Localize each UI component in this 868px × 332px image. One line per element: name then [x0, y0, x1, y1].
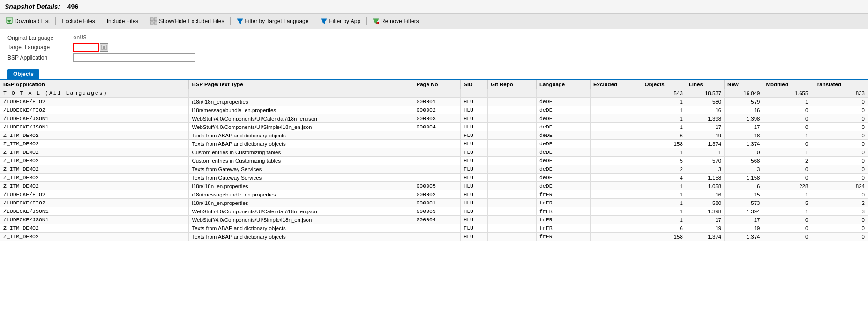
remove-filters-button[interactable]: Remove Filters	[370, 16, 421, 26]
row-git-repo	[487, 182, 536, 190]
row-translated: 0	[811, 140, 868, 148]
row-page-no	[413, 148, 461, 157]
row-bsp-app: Z_ITM_DEMO2	[0, 233, 189, 241]
row-translated: 0	[811, 190, 868, 199]
row-page-no	[413, 174, 461, 182]
objects-tab[interactable]: Objects	[7, 69, 39, 79]
row-modified: 0	[763, 114, 811, 123]
row-bsp-page: WebStuff/4.0/Components/UI/Calendar/i18n…	[189, 114, 413, 123]
download-list-label: Download List	[15, 18, 50, 24]
total-new: 16.049	[725, 89, 763, 98]
total-git-repo	[487, 89, 536, 98]
row-language: deDE	[536, 123, 590, 131]
row-excluded	[590, 216, 642, 224]
row-modified: 1	[763, 148, 811, 157]
svg-rect-4	[154, 18, 157, 21]
row-bsp-page: i18n/messagebundle_en.properties	[189, 106, 413, 114]
row-lines: 1.398	[686, 207, 724, 216]
row-language: deDE	[536, 106, 590, 114]
row-lines: 1	[686, 148, 724, 157]
filter-app-button[interactable]: Filter by App	[318, 16, 362, 26]
total-translated: 833	[811, 89, 868, 98]
row-objects: 1	[642, 199, 686, 207]
row-language: deDE	[536, 148, 590, 157]
svg-rect-5	[150, 22, 153, 24]
row-excluded	[590, 140, 642, 148]
total-sid	[461, 89, 488, 98]
row-bsp-app: /LUDECKE/JSON1	[0, 207, 189, 216]
exclude-files-button[interactable]: Exclude Files	[60, 17, 97, 25]
row-sid: FLU	[461, 131, 488, 140]
row-lines: 19	[686, 224, 724, 233]
row-bsp-app: Z_ITM_DEMO2	[0, 224, 189, 233]
show-hide-icon	[150, 17, 157, 25]
table-row: /LUDECKE/JSON1 WebStuff/4.0/Components/U…	[0, 216, 868, 224]
row-page-no: 000002	[413, 190, 461, 199]
row-lines: 17	[686, 216, 724, 224]
row-git-repo	[487, 98, 536, 106]
row-new: 3	[725, 165, 763, 174]
objects-tab-section: Objects	[0, 68, 868, 79]
row-objects: 1	[642, 114, 686, 123]
row-modified: 0	[763, 165, 811, 174]
svg-marker-8	[321, 19, 327, 24]
row-sid: HLU	[461, 199, 488, 207]
row-lines: 580	[686, 98, 724, 106]
row-excluded	[590, 190, 642, 199]
row-sid: HLU	[461, 216, 488, 224]
row-git-repo	[487, 190, 536, 199]
sep4	[230, 17, 231, 25]
row-translated: 0	[811, 224, 868, 233]
row-objects: 5	[642, 157, 686, 165]
target-language-picker-button[interactable]	[100, 43, 108, 52]
col-language: Language	[536, 80, 590, 89]
row-git-repo	[487, 131, 536, 140]
row-lines: 17	[686, 123, 724, 131]
target-language-row: Target Language	[7, 43, 861, 52]
download-list-button[interactable]: Download List	[4, 16, 52, 26]
title-label: Snapshot Details:	[5, 3, 60, 10]
row-language: deDE	[536, 131, 590, 140]
row-language: frFR	[536, 216, 590, 224]
row-objects: 158	[642, 233, 686, 241]
row-translated: 0	[811, 123, 868, 131]
row-lines: 1.374	[686, 140, 724, 148]
row-bsp-page: Texts from ABAP and dictionary objects	[189, 131, 413, 140]
download-list-icon	[6, 17, 13, 25]
row-page-no	[413, 131, 461, 140]
filter-app-icon	[320, 17, 328, 25]
row-lines: 3	[686, 165, 724, 174]
row-bsp-page: Texts from ABAP and dictionary objects	[189, 140, 413, 148]
row-modified: 1	[763, 207, 811, 216]
row-excluded	[590, 182, 642, 190]
row-page-no	[413, 224, 461, 233]
row-bsp-page: WebStuff/4.0/Components/UI/Calendar/i18n…	[189, 207, 413, 216]
target-language-field[interactable]	[73, 43, 99, 52]
row-sid: FLU	[461, 224, 488, 233]
bsp-application-field[interactable]	[73, 53, 195, 62]
filter-target-lang-button[interactable]: Filter by Target Language	[234, 16, 311, 26]
table-row: /LUDECKE/FIO2 i18n/messagebundle_en.prop…	[0, 190, 868, 199]
row-new: 579	[725, 98, 763, 106]
row-bsp-page: i18n/i18n_en.properties	[189, 98, 413, 106]
row-sid: HLU	[461, 114, 488, 123]
row-page-no: 000004	[413, 216, 461, 224]
row-lines: 16	[686, 106, 724, 114]
row-modified: 0	[763, 123, 811, 131]
row-language: frFR	[536, 224, 590, 233]
col-modified: Modified	[763, 80, 811, 89]
row-objects: 1	[642, 216, 686, 224]
row-language: frFR	[536, 190, 590, 199]
remove-filters-label: Remove Filters	[381, 18, 419, 24]
row-objects: 1	[642, 98, 686, 106]
row-language: deDE	[536, 165, 590, 174]
row-page-no	[413, 157, 461, 165]
show-hide-excluded-button[interactable]: Show/Hide Excluded Files	[148, 16, 226, 26]
row-modified: 0	[763, 224, 811, 233]
include-files-button[interactable]: Include Files	[105, 17, 140, 25]
row-page-no: 000003	[413, 114, 461, 123]
table-row: /LUDECKE/JSON1 WebStuff/4.0/Components/U…	[0, 114, 868, 123]
col-new: New	[725, 80, 763, 89]
row-bsp-app: /LUDECKE/JSON1	[0, 123, 189, 131]
total-bsp-page	[189, 89, 413, 98]
